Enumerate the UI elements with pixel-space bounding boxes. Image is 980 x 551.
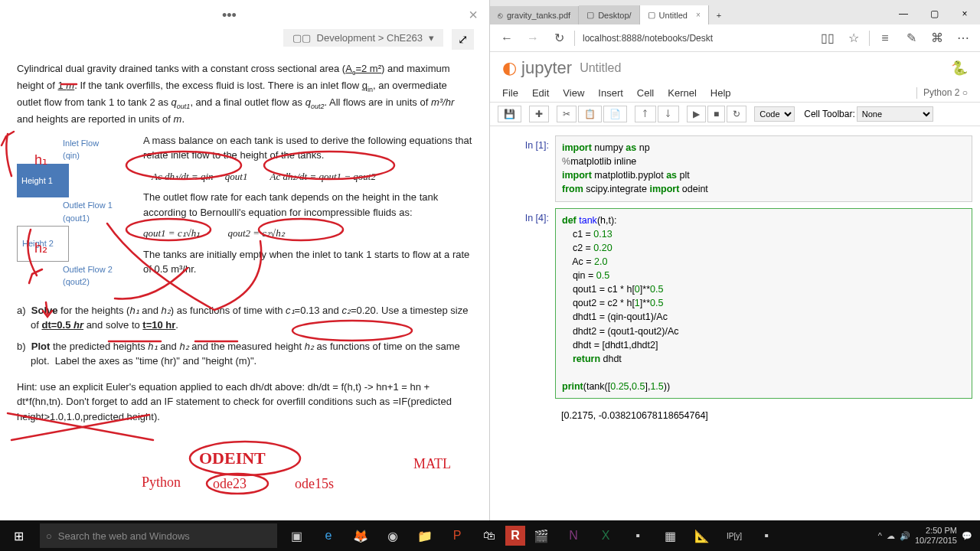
notifications-icon[interactable]: 💬 — [962, 531, 972, 541]
task-view-icon[interactable]: ▣ — [280, 520, 312, 551]
menu-view[interactable]: View — [563, 87, 584, 99]
note-icon[interactable]: ✎ — [900, 28, 922, 49]
kernel-indicator: Python 2 ○ — [916, 87, 968, 99]
reading-icon[interactable]: ▯▯ — [817, 28, 838, 49]
camtasia-icon[interactable]: 🎬 — [525, 520, 557, 551]
close-icon[interactable]: × — [696, 11, 701, 19]
chevron-down-icon: ▾ — [429, 32, 434, 44]
book-icon: ▢▢ — [292, 32, 311, 44]
menu-edit[interactable]: Edit — [532, 87, 549, 99]
intro-text: Cylindrical dual gravity drained tanks w… — [17, 61, 472, 127]
save-button[interactable]: 💾 — [498, 106, 521, 122]
more-icon[interactable]: ••• — [222, 8, 237, 24]
matlab-icon[interactable]: 📐 — [686, 520, 718, 551]
move-up-button[interactable]: 🡑 — [635, 106, 656, 122]
handwriting-python: Python — [142, 474, 181, 491]
close-button[interactable]: × — [949, 3, 980, 24]
store-icon[interactable]: 🛍 — [473, 520, 505, 551]
minimize-button[interactable]: — — [888, 3, 919, 24]
more-icon[interactable]: ⋯ — [952, 28, 974, 49]
celltoolbar-label: Cell Toolbar: — [804, 109, 854, 119]
jupyter-logo[interactable]: ◐ jupyter — [502, 58, 572, 78]
terminal-icon[interactable]: ▪ — [750, 520, 782, 551]
ppt-icon[interactable]: P — [441, 520, 473, 551]
r-icon[interactable]: R — [505, 526, 525, 546]
breadcrumb-text: Development > ChE263 — [317, 32, 423, 44]
explorer-icon[interactable]: 📁 — [409, 520, 441, 551]
toolbar: 💾 ✚ ✂ 📋 📄 🡑 🡓 ▶ ■ ↻ Code Cell Toolbar: N… — [490, 103, 980, 126]
back-icon[interactable]: ← — [496, 28, 518, 49]
prompt: In [1]: — [498, 135, 555, 202]
breadcrumb[interactable]: ▢▢ Development > ChE263 ▾ — [283, 29, 443, 47]
start-button[interactable]: ⊞ — [0, 520, 37, 551]
note-pane: ••• × ▢▢ Development > ChE263 ▾ ⤢ Cylind… — [0, 0, 490, 520]
tank-diagram: Inlet Flow (qin) Height 1 Outlet Flow 1 … — [17, 137, 128, 289]
add-cell-button[interactable]: ✚ — [529, 106, 549, 122]
chrome-icon[interactable]: ◉ — [377, 520, 409, 551]
new-tab-button[interactable]: + — [709, 6, 729, 24]
menu-insert[interactable]: Insert — [598, 87, 623, 99]
maximize-button[interactable]: ▢ — [919, 3, 949, 24]
copy-button[interactable]: 📋 — [578, 106, 602, 122]
favorite-icon[interactable]: ☆ — [843, 28, 864, 49]
refresh-icon[interactable]: ↻ — [548, 28, 570, 49]
tab-desktop[interactable]: ▢Desktop/ — [579, 5, 639, 24]
handwriting-ode15s: ode15s — [295, 476, 334, 492]
svg-point-5 — [190, 442, 300, 475]
run-button[interactable]: ▶ — [687, 106, 706, 122]
url-input[interactable]: localhost:8888/notebooks/Deskt — [580, 30, 812, 47]
address-bar: ← → ↻ localhost:8888/notebooks/Deskt ▯▯ … — [490, 24, 980, 52]
svg-point-6 — [207, 474, 268, 494]
expand-icon[interactable]: ⤢ — [452, 29, 474, 50]
menubar: File Edit View Insert Cell Kernel Help P… — [490, 84, 980, 103]
close-icon[interactable]: × — [469, 6, 478, 24]
code-cell[interactable]: In [4]: def tank(h,t): c1 = 0.13 c2 = 0.… — [498, 208, 972, 399]
jupyter-header: ◐ jupyter Untitled 🐍 — [490, 52, 980, 84]
menu-file[interactable]: File — [502, 87, 518, 99]
note-body: Cylindrical dual gravity drained tanks w… — [0, 46, 489, 445]
forward-icon[interactable]: → — [522, 28, 544, 49]
onenote-icon[interactable]: N — [557, 520, 590, 551]
cmd-icon[interactable]: ▪ — [622, 520, 654, 551]
excel-icon[interactable]: X — [590, 520, 622, 551]
clock[interactable]: 2:50 PM 10/27/2015 — [915, 526, 957, 546]
browser-pane: ⎋gravity_tanks.pdf ▢Desktop/ ▢Untitled× … — [490, 0, 980, 520]
ipython-icon[interactable]: IP[y] — [718, 520, 750, 551]
taskbar: ⊞ ○ Search the web and Windows ▣ e 🦊 ◉ 📁… — [0, 520, 980, 551]
stop-button[interactable]: ■ — [707, 106, 725, 122]
volume-icon[interactable]: 🔊 — [900, 531, 910, 541]
hub-icon[interactable]: ≡ — [874, 28, 896, 49]
output-cell: [0.2175, -0.038210678118654764] — [498, 405, 972, 428]
notebook-title[interactable]: Untitled — [580, 61, 621, 75]
move-down-button[interactable]: 🡓 — [658, 106, 679, 122]
menu-cell[interactable]: Cell — [637, 87, 654, 99]
notebook-area[interactable]: In [1]: import numpy as np%matplotlib in… — [490, 126, 980, 520]
chevron-up-icon[interactable]: ^ — [878, 531, 882, 540]
restart-button[interactable]: ↻ — [727, 106, 746, 122]
search-input[interactable]: ○ Search the web and Windows — [40, 523, 277, 548]
browser-tabs: ⎋gravity_tanks.pdf ▢Desktop/ ▢Untitled× … — [490, 0, 980, 24]
celltoolbar-select[interactable]: None — [857, 106, 933, 122]
menu-help[interactable]: Help — [710, 87, 731, 99]
tab-untitled[interactable]: ▢Untitled× — [640, 5, 709, 24]
cell-output: [0.2175, -0.038210678118654764] — [555, 405, 972, 428]
firefox-icon[interactable]: 🦊 — [345, 520, 377, 551]
share-icon[interactable]: ⌘ — [926, 28, 948, 49]
menu-kernel[interactable]: Kernel — [668, 87, 697, 99]
python-icon: 🐍 — [951, 60, 968, 77]
code-cell[interactable]: In [1]: import numpy as np%matplotlib in… — [498, 135, 972, 202]
system-tray[interactable]: ^ ☁ 🔊 2:50 PM 10/27/2015 💬 — [878, 526, 980, 546]
celltype-select[interactable]: Code — [754, 106, 795, 122]
prompt: In [4]: — [498, 208, 555, 399]
handwriting-ode23: ode23 — [213, 476, 247, 492]
app-icon[interactable]: ▦ — [654, 520, 686, 551]
cell-input[interactable]: import numpy as np%matplotlib inlineimpo… — [555, 135, 972, 202]
cut-button[interactable]: ✂ — [557, 106, 577, 122]
handwriting-odeint: ODEINT — [199, 448, 266, 468]
paste-button[interactable]: 📄 — [603, 106, 627, 122]
edge-icon[interactable]: e — [312, 520, 345, 551]
handwriting-matl: MATL — [413, 456, 451, 472]
cell-input[interactable]: def tank(h,t): c1 = 0.13 c2 = 0.20 Ac = … — [555, 208, 972, 399]
tab-pdf[interactable]: ⎋gravity_tanks.pdf — [490, 6, 579, 24]
onedrive-icon[interactable]: ☁ — [887, 531, 895, 541]
